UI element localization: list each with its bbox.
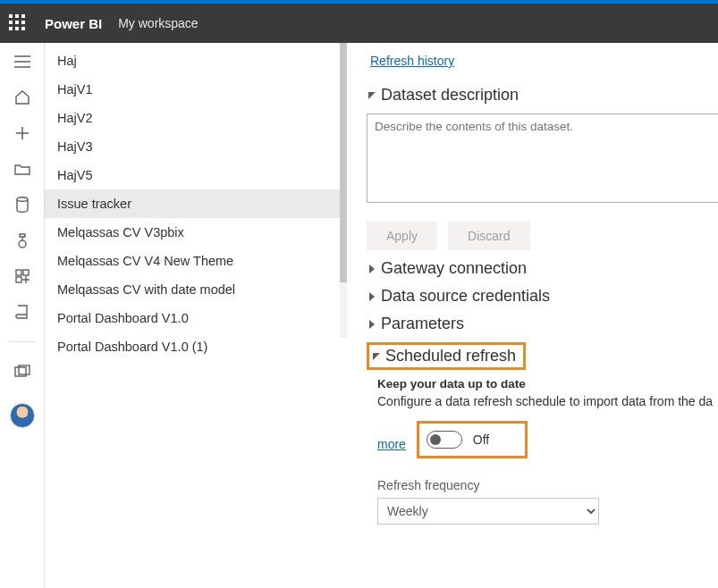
list-item[interactable]: HajV3 bbox=[45, 132, 347, 161]
section-title: Parameters bbox=[381, 315, 464, 333]
dataset-description-input[interactable] bbox=[367, 113, 718, 203]
caret-right-icon bbox=[367, 291, 377, 302]
avatar[interactable] bbox=[10, 403, 35, 428]
list-item[interactable]: Portal Dashboard V1.0 (1) bbox=[45, 332, 347, 361]
section-title: Scheduled refresh bbox=[385, 347, 516, 365]
svg-point-5 bbox=[17, 197, 28, 201]
workspaces-icon[interactable] bbox=[13, 362, 32, 382]
list-item[interactable]: Melqassas CV V4 New Theme bbox=[45, 247, 347, 275]
svg-rect-7 bbox=[23, 270, 29, 275]
menu-icon[interactable] bbox=[13, 52, 32, 71]
apply-button[interactable]: Apply bbox=[367, 222, 437, 250]
svg-rect-8 bbox=[16, 277, 21, 282]
list-item[interactable]: Portal Dashboard V1.0 bbox=[45, 304, 347, 332]
list-item[interactable]: HajV2 bbox=[45, 104, 347, 132]
section-title: Gateway connection bbox=[381, 259, 527, 278]
caret-down-icon bbox=[371, 351, 382, 362]
list-item[interactable]: Issue tracker bbox=[45, 189, 347, 218]
parameters-header[interactable]: Parameters bbox=[367, 315, 718, 333]
list-item[interactable]: Melqassas CV with date model bbox=[45, 275, 347, 304]
plus-icon[interactable] bbox=[13, 123, 32, 143]
scheduled-refresh-highlight: Scheduled refresh bbox=[367, 342, 526, 370]
app-launcher-icon[interactable] bbox=[9, 14, 27, 32]
list-item[interactable]: HajV1 bbox=[45, 75, 347, 104]
refresh-history-link[interactable]: Refresh history bbox=[370, 54, 454, 68]
browse-icon[interactable] bbox=[13, 159, 32, 179]
breadcrumb[interactable]: My workspace bbox=[118, 16, 198, 30]
scheduled-refresh-toggle[interactable] bbox=[427, 431, 462, 449]
list-item[interactable]: Haj bbox=[45, 46, 347, 75]
left-nav bbox=[0, 43, 45, 588]
scheduled-refresh-header[interactable]: Scheduled refresh bbox=[371, 347, 516, 365]
caret-right-icon bbox=[367, 319, 377, 330]
settings-panel: Refresh history Dataset description Appl… bbox=[347, 43, 718, 588]
dataset-description-header[interactable]: Dataset description bbox=[367, 86, 718, 105]
metrics-icon[interactable] bbox=[13, 231, 32, 250]
svg-rect-6 bbox=[16, 270, 21, 275]
section-title: Dataset description bbox=[381, 86, 519, 105]
apps-icon[interactable] bbox=[13, 266, 32, 286]
learn-more-link[interactable]: more bbox=[377, 437, 406, 451]
refresh-frequency-select[interactable]: Weekly bbox=[377, 498, 599, 525]
scheduled-refresh-toggle-highlight: Off bbox=[417, 421, 528, 458]
home-icon[interactable] bbox=[13, 88, 32, 107]
brand-label: Power BI bbox=[45, 16, 102, 31]
list-item[interactable]: Melqassas CV V3pbix bbox=[45, 218, 347, 247]
list-item[interactable]: HajV5 bbox=[45, 161, 347, 189]
scrollbar-thumb[interactable] bbox=[340, 43, 347, 282]
keep-data-up-to-date-label: Keep your data up to date bbox=[377, 377, 718, 391]
app-header: Power BI My workspace bbox=[0, 4, 718, 43]
learn-icon[interactable] bbox=[13, 302, 32, 322]
gateway-connection-header[interactable]: Gateway connection bbox=[367, 259, 718, 278]
refresh-frequency-label: Refresh frequency bbox=[377, 478, 718, 492]
discard-button[interactable]: Discard bbox=[448, 222, 529, 250]
configure-description: Configure a data refresh schedule to imp… bbox=[377, 394, 718, 408]
data-source-credentials-header[interactable]: Data source credentials bbox=[367, 287, 718, 306]
data-hub-icon[interactable] bbox=[13, 195, 32, 214]
caret-down-icon bbox=[367, 90, 377, 101]
toggle-state-label: Off bbox=[473, 433, 489, 447]
workspace-item-list: HajHajV1HajV2HajV3HajV5Issue trackerMelq… bbox=[45, 43, 347, 588]
caret-right-icon bbox=[367, 264, 377, 274]
section-title: Data source credentials bbox=[381, 287, 550, 306]
